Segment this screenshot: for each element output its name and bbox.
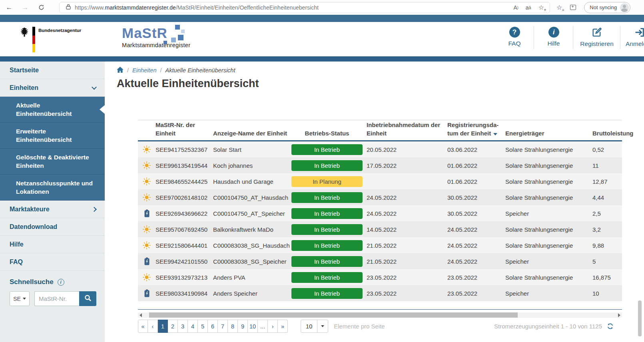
sidebar-item-startseite[interactable]: Startseite bbox=[0, 62, 105, 79]
anmelden-button[interactable]: Anmelden bbox=[618, 27, 644, 48]
column-header-nr[interactable]: MaStR-Nr. der Einheit bbox=[156, 121, 213, 137]
table-row[interactable]: SEE980334190984Anders SpeicherIn Betrieb… bbox=[138, 285, 622, 301]
cell-energietraeger: Speicher bbox=[505, 210, 592, 217]
page-button-2[interactable]: 2 bbox=[168, 320, 178, 333]
quicksearch-button[interactable] bbox=[79, 291, 96, 306]
vertical-scrollbar-thumb[interactable] bbox=[638, 300, 642, 336]
scroll-left-arrow-icon[interactable] bbox=[140, 313, 142, 317]
cell-anzeige-name: C000083038_SG_Hausdach bbox=[213, 242, 291, 249]
sidebar-item-einheiten[interactable]: Einheiten bbox=[0, 79, 105, 97]
cell-bruttoleistung: 11 bbox=[592, 162, 619, 169]
storage-unit-icon bbox=[138, 209, 156, 217]
column-header-energy[interactable]: Energieträger bbox=[505, 129, 592, 137]
scroll-right-arrow-icon[interactable] bbox=[618, 313, 620, 317]
sidebar-item-label: Netzanschlusspunkte und Lokationen bbox=[16, 180, 93, 195]
faq-button[interactable]: ? FAQ bbox=[492, 27, 536, 47]
column-header-d2[interactable]: Registrierungsda-tum der Einheit bbox=[447, 121, 505, 137]
prev-page-button[interactable]: ‹ bbox=[148, 320, 158, 333]
sidebar-item-label: Gelöschte & Deaktivierte Einheiten bbox=[16, 154, 89, 169]
sidebar-item-erweiterte-einheitenuebersicht[interactable]: Erweiterte Einheitenübersicht bbox=[0, 123, 105, 149]
horizontal-scrollbar[interactable] bbox=[138, 312, 622, 318]
cell-mastr-nr: SEE980334190984 bbox=[156, 290, 213, 297]
sidebar-item-label: Aktuelle Einheitenübersicht bbox=[16, 102, 72, 117]
table-refresh-icon[interactable] bbox=[607, 323, 614, 330]
breadcrumb-separator: / bbox=[127, 67, 129, 74]
table-row[interactable]: SEE970026148102C000104750_AT_HausdachIn … bbox=[138, 189, 622, 205]
translate-icon[interactable]: aā bbox=[526, 4, 531, 11]
table-row[interactable]: SEE921580644401C000083038_SG_HausdachIn … bbox=[138, 237, 622, 253]
column-header-power[interactable]: Bruttoleistung bbox=[592, 129, 619, 137]
last-page-button[interactable]: » bbox=[278, 320, 288, 333]
horizontal-scrollbar-thumb[interactable] bbox=[149, 312, 518, 318]
quicksearch-info-icon[interactable]: i bbox=[58, 279, 64, 286]
address-bar[interactable]: https://www.marktstammdatenregister.de/M… bbox=[59, 2, 550, 13]
table-row[interactable]: SEE939132973213Anders PVAIn Betrieb23.05… bbox=[138, 269, 622, 285]
sidebar-item-datendownload[interactable]: Datendownload bbox=[0, 218, 105, 236]
page-ellipsis[interactable]: ... bbox=[258, 320, 268, 333]
collections-icon[interactable] bbox=[570, 5, 576, 10]
sidebar-item-label: Hilfe bbox=[10, 241, 24, 248]
next-page-button[interactable]: › bbox=[268, 320, 278, 333]
page-button-8[interactable]: 8 bbox=[228, 320, 238, 333]
cell-anzeige-name: C000104750_AT_Speicher bbox=[213, 210, 291, 217]
column-header-name[interactable]: Anzeige-Name der Einheit bbox=[213, 129, 291, 137]
table-row[interactable]: SEE984655244425Hausdach und GarageIn Pla… bbox=[138, 173, 622, 189]
breadcrumb-separator: / bbox=[160, 67, 162, 74]
info-icon: i bbox=[548, 27, 559, 38]
federal-eagle-icon bbox=[19, 27, 30, 52]
german-flag-stripe bbox=[32, 27, 35, 52]
table-row[interactable]: SEE994242101550C000083038_SG_SpeicherIn … bbox=[138, 253, 622, 269]
cell-mastr-nr: SEE941752532367 bbox=[156, 146, 213, 153]
page-button-9[interactable]: 9 bbox=[238, 320, 248, 333]
bundesnetzagentur-logo[interactable]: Bundesnetzagentur bbox=[19, 27, 81, 52]
sidebar-item-faq[interactable]: FAQ bbox=[0, 253, 105, 271]
forward-icon[interactable]: → bbox=[18, 2, 32, 13]
page-button-7[interactable]: 7 bbox=[218, 320, 228, 333]
cell-registrierungsdatum: 03.06.2022 bbox=[447, 146, 505, 153]
first-page-button[interactable]: « bbox=[138, 320, 148, 333]
mastr-number-input[interactable] bbox=[34, 291, 79, 306]
column-header-d1[interactable]: Inbetriebnahmedatum der Einheit bbox=[367, 121, 447, 137]
add-favorite-icon[interactable]: ☆+ bbox=[538, 4, 544, 11]
page-button-6[interactable]: 6 bbox=[208, 320, 218, 333]
hilfe-button[interactable]: i Hilfe bbox=[532, 27, 576, 47]
read-aloud-icon[interactable]: A) bbox=[513, 4, 518, 11]
breadcrumb-einheiten[interactable]: Einheiten bbox=[132, 67, 156, 74]
cell-energietraeger: Solare Strahlungsenergie bbox=[505, 194, 592, 201]
registrieren-button[interactable]: Registrieren bbox=[575, 27, 619, 48]
logo-pixel bbox=[181, 30, 185, 33]
page-button-1[interactable]: 1 bbox=[158, 320, 168, 333]
back-icon[interactable]: ← bbox=[2, 2, 16, 13]
browser-toolbar: ← → https://www.marktstammdatenregister.… bbox=[0, 0, 644, 15]
page-size-select[interactable]: 10 bbox=[301, 320, 328, 333]
table-row[interactable]: SEE941752532367Solar StartIn Betrieb20.0… bbox=[138, 141, 622, 157]
cell-registrierungsdatum: 24.05.2022 bbox=[447, 226, 505, 233]
cell-mastr-nr: SEE970026148102 bbox=[156, 194, 213, 201]
table-row[interactable]: SEE926943696622C000104750_AT_SpeicherIn … bbox=[138, 205, 622, 221]
sidebar-item-hilfe[interactable]: Hilfe bbox=[0, 236, 105, 253]
page-button-5[interactable]: 5 bbox=[198, 320, 208, 333]
profile-button[interactable]: Not syncing bbox=[584, 2, 630, 13]
cell-mastr-nr: SEE996135419544 bbox=[156, 162, 213, 169]
question-icon: ? bbox=[509, 27, 520, 38]
table-row[interactable]: SEE996135419544Koch johannesIn Betrieb17… bbox=[138, 157, 622, 173]
sidebar-item-marktakteure[interactable]: Marktakteure bbox=[0, 201, 105, 218]
solar-unit-icon bbox=[138, 145, 156, 154]
cell-energietraeger: Solare Strahlungsenergie bbox=[505, 274, 592, 281]
page-button-4[interactable]: 4 bbox=[188, 320, 198, 333]
sort-desc-icon bbox=[493, 133, 497, 135]
column-header-status[interactable]: Betriebs-Status bbox=[291, 129, 367, 137]
sidebar-item-aktuelle-einheitenuebersicht[interactable]: Aktuelle Einheitenübersicht bbox=[0, 97, 105, 123]
cell-mastr-nr: SEE921580644401 bbox=[156, 242, 213, 249]
home-icon[interactable] bbox=[117, 67, 124, 74]
table-row[interactable]: SEE957067692450Balkonkraftwerk MaDoIn Be… bbox=[138, 221, 622, 237]
sidebar-item-geloeschte-deaktivierte-einheiten[interactable]: Gelöschte & Deaktivierte Einheiten bbox=[0, 149, 105, 175]
refresh-icon[interactable] bbox=[34, 2, 48, 13]
page-button-10[interactable]: 10 bbox=[248, 320, 258, 333]
sidebar-item-netzanschlusspunkte-und-lokationen[interactable]: Netzanschlusspunkte und Lokationen bbox=[0, 175, 105, 201]
prefix-select[interactable]: SE bbox=[10, 291, 30, 306]
sidebar-item-label: Erweiterte Einheitenübersicht bbox=[16, 128, 72, 143]
favorites-icon[interactable]: ☆≡ bbox=[556, 4, 562, 11]
cell-energietraeger: Solare Strahlungsenergie bbox=[505, 226, 592, 233]
page-button-3[interactable]: 3 bbox=[178, 320, 188, 333]
